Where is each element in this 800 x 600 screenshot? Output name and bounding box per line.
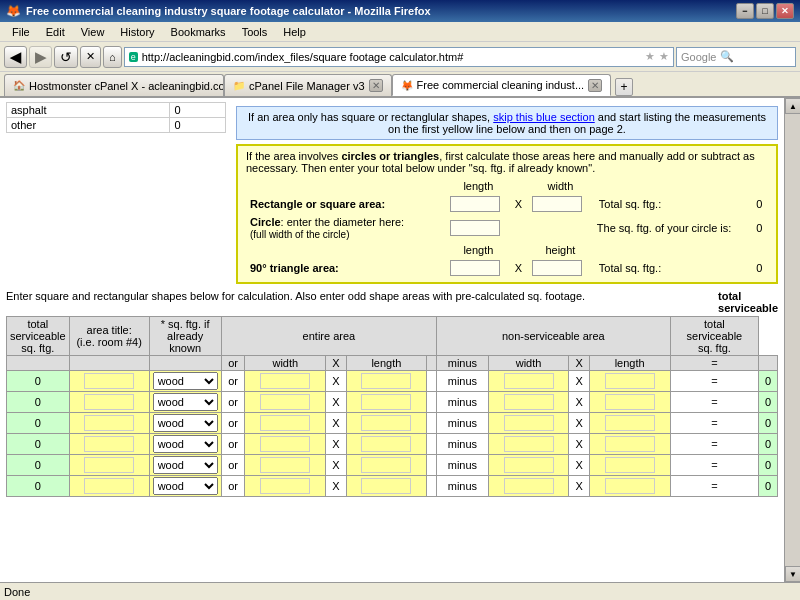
- blue-info-box: If an area only has square or rectanglul…: [236, 106, 778, 140]
- new-tab-button[interactable]: +: [615, 78, 633, 96]
- row-4-length-input[interactable]: [361, 457, 411, 473]
- tab-close-2[interactable]: ✕: [588, 79, 602, 92]
- row-5-width-input[interactable]: [260, 478, 310, 494]
- row-1-width-input[interactable]: [260, 394, 310, 410]
- row-1-eq: =: [670, 392, 759, 413]
- row-1-width2-input[interactable]: [504, 394, 554, 410]
- rect-width-input[interactable]: [532, 196, 582, 212]
- content-area: asphalt 0 other 0 If an area only has sq…: [0, 98, 800, 582]
- rect-label: Rectangle or square area:: [246, 194, 446, 214]
- triangle-label: 90° triangle area:: [246, 258, 446, 278]
- tri-height-input[interactable]: [532, 260, 582, 276]
- row-0-type-select[interactable]: carpetvct tilequarry/ceramicwoodsealed c…: [153, 372, 218, 390]
- menu-edit[interactable]: Edit: [38, 24, 73, 40]
- refresh-button[interactable]: ↺: [54, 46, 78, 68]
- scroll-track[interactable]: [785, 114, 800, 566]
- row-0-x2: X: [569, 371, 589, 392]
- address-bar[interactable]: e http://acleaningbid.com/index_files/sq…: [124, 47, 674, 67]
- row-2-length2-input[interactable]: [605, 415, 655, 431]
- star-icon[interactable]: ★: [645, 50, 655, 63]
- row-0-length2-input[interactable]: [605, 373, 655, 389]
- row-5-result: 0: [759, 476, 778, 497]
- row-5-type-select[interactable]: carpetvct tilequarry/ceramicwoodsealed c…: [153, 477, 218, 495]
- row-3-width-input[interactable]: [260, 436, 310, 452]
- tri-total: 0: [752, 258, 768, 278]
- tri-length-input[interactable]: [450, 260, 500, 276]
- row-2-area-title-input[interactable]: [84, 415, 134, 431]
- close-button[interactable]: ✕: [776, 3, 794, 19]
- scroll-up-button[interactable]: ▲: [785, 98, 800, 114]
- th-minus: minus: [437, 356, 489, 371]
- row-5-length-input[interactable]: [361, 478, 411, 494]
- row-5-area-title-input[interactable]: [84, 478, 134, 494]
- row-3-length-input[interactable]: [361, 436, 411, 452]
- row-2-width-input[interactable]: [260, 415, 310, 431]
- row-3-type-select[interactable]: carpetvct tilequarry/ceramicwoodsealed c…: [153, 435, 218, 453]
- row-0-area-title-input[interactable]: [84, 373, 134, 389]
- row-4-x2: X: [569, 455, 589, 476]
- row-1-length2-input[interactable]: [605, 394, 655, 410]
- row-3-minus: minus: [437, 434, 489, 455]
- menu-bookmarks[interactable]: Bookmarks: [163, 24, 234, 40]
- row-4-type-select[interactable]: carpetvct tilequarry/ceramicwoodsealed c…: [153, 456, 218, 474]
- menu-tools[interactable]: Tools: [234, 24, 276, 40]
- header-row-2: or width X length minus width X length =: [7, 356, 778, 371]
- row-2-result: 0: [759, 413, 778, 434]
- row-2-length-input[interactable]: [361, 415, 411, 431]
- row-1-area-title-input[interactable]: [84, 394, 134, 410]
- forward-button[interactable]: ▶: [29, 46, 52, 68]
- row-3-or: or: [221, 434, 245, 455]
- circle-diameter-input[interactable]: [450, 220, 500, 236]
- rect-length-input[interactable]: [450, 196, 500, 212]
- search-box[interactable]: Google 🔍: [676, 47, 796, 67]
- row-2-width2-input[interactable]: [504, 415, 554, 431]
- menu-history[interactable]: History: [112, 24, 162, 40]
- window-controls: − □ ✕: [736, 3, 794, 19]
- row-0-minus: minus: [437, 371, 489, 392]
- row-4-width-input[interactable]: [260, 457, 310, 473]
- th-blank1: [7, 356, 70, 371]
- row-3-area-title-input[interactable]: [84, 436, 134, 452]
- pre-table: asphalt 0 other 0: [6, 102, 226, 133]
- th-total-right: totalserviceablesq. ftg.: [670, 317, 759, 356]
- row-4-width2-input[interactable]: [504, 457, 554, 473]
- row-5-length2-input[interactable]: [605, 478, 655, 494]
- tab-close-1[interactable]: ✕: [369, 79, 383, 92]
- skip-link[interactable]: skip this blue section: [493, 111, 595, 123]
- scroll-down-button[interactable]: ▼: [785, 566, 800, 582]
- maximize-button[interactable]: □: [756, 3, 774, 19]
- menu-help[interactable]: Help: [275, 24, 314, 40]
- home-button[interactable]: ⌂: [103, 46, 122, 68]
- back-button[interactable]: ◀: [4, 46, 27, 68]
- row-0-result: 0: [759, 371, 778, 392]
- tab-favicon-2: 🦊: [401, 80, 413, 91]
- menu-view[interactable]: View: [73, 24, 113, 40]
- row-2-type-select[interactable]: carpetvct tilequarry/ceramicwoodsealed c…: [153, 414, 218, 432]
- row-3-x2: X: [569, 434, 589, 455]
- row-0-length-input[interactable]: [361, 373, 411, 389]
- menu-file[interactable]: File: [4, 24, 38, 40]
- stop-button[interactable]: ✕: [80, 46, 101, 68]
- th-blank5: [759, 356, 778, 371]
- row-1-type-select[interactable]: carpetvct tilequarry/ceramicwoodsealed c…: [153, 393, 218, 411]
- row-3-width2-input[interactable]: [504, 436, 554, 452]
- row-5-width2-input[interactable]: [504, 478, 554, 494]
- row-0-width2-input[interactable]: [504, 373, 554, 389]
- row-0-sqftg: 0: [7, 371, 70, 392]
- tab-cpanel[interactable]: 📁 cPanel File Manager v3 ✕: [224, 74, 392, 96]
- th-eq: =: [670, 356, 759, 371]
- tab-hostmonster[interactable]: 🏠 Hostmonster cPanel X - acleaningbid.co…: [4, 74, 224, 96]
- row-4-area-title-input[interactable]: [84, 457, 134, 473]
- table-row: other 0: [7, 118, 226, 133]
- star2-icon[interactable]: ★: [659, 50, 669, 63]
- row-4-length2-input[interactable]: [605, 457, 655, 473]
- triangle-row: 90° triangle area: X Total sq. ftg.: 0: [246, 258, 768, 278]
- row-0-width-input[interactable]: [260, 373, 310, 389]
- minimize-button[interactable]: −: [736, 3, 754, 19]
- row-3-length2-input[interactable]: [605, 436, 655, 452]
- scrollbar[interactable]: ▲ ▼: [784, 98, 800, 582]
- row-1-length-input[interactable]: [361, 394, 411, 410]
- row-0-blank: [427, 371, 437, 392]
- th-entire-area: entire area: [221, 317, 437, 356]
- tab-calculator[interactable]: 🦊 Free commercial cleaning indust... ✕: [392, 74, 612, 96]
